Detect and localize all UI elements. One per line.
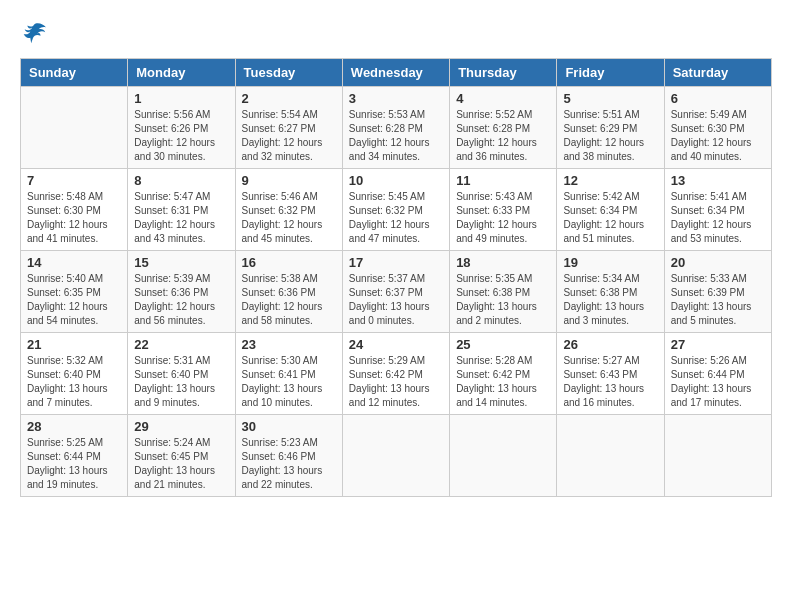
day-info: Sunrise: 5:26 AM Sunset: 6:44 PM Dayligh… [671, 355, 752, 408]
calendar-week-2: 14Sunrise: 5:40 AM Sunset: 6:35 PM Dayli… [21, 251, 772, 333]
calendar-table: SundayMondayTuesdayWednesdayThursdayFrid… [20, 58, 772, 497]
calendar-cell [664, 415, 771, 497]
header-cell-monday: Monday [128, 59, 235, 87]
day-number: 17 [349, 255, 443, 270]
calendar-cell [342, 415, 449, 497]
day-info: Sunrise: 5:47 AM Sunset: 6:31 PM Dayligh… [134, 191, 215, 244]
calendar-cell: 16Sunrise: 5:38 AM Sunset: 6:36 PM Dayli… [235, 251, 342, 333]
day-number: 4 [456, 91, 550, 106]
calendar-cell: 29Sunrise: 5:24 AM Sunset: 6:45 PM Dayli… [128, 415, 235, 497]
calendar-cell: 6Sunrise: 5:49 AM Sunset: 6:30 PM Daylig… [664, 87, 771, 169]
day-number: 25 [456, 337, 550, 352]
day-info: Sunrise: 5:37 AM Sunset: 6:37 PM Dayligh… [349, 273, 430, 326]
calendar-body: 1Sunrise: 5:56 AM Sunset: 6:26 PM Daylig… [21, 87, 772, 497]
day-number: 15 [134, 255, 228, 270]
calendar-cell: 3Sunrise: 5:53 AM Sunset: 6:28 PM Daylig… [342, 87, 449, 169]
calendar-header: SundayMondayTuesdayWednesdayThursdayFrid… [21, 59, 772, 87]
day-info: Sunrise: 5:30 AM Sunset: 6:41 PM Dayligh… [242, 355, 323, 408]
calendar-cell: 21Sunrise: 5:32 AM Sunset: 6:40 PM Dayli… [21, 333, 128, 415]
calendar-cell: 10Sunrise: 5:45 AM Sunset: 6:32 PM Dayli… [342, 169, 449, 251]
calendar-cell [21, 87, 128, 169]
day-info: Sunrise: 5:39 AM Sunset: 6:36 PM Dayligh… [134, 273, 215, 326]
day-number: 14 [27, 255, 121, 270]
calendar-cell: 7Sunrise: 5:48 AM Sunset: 6:30 PM Daylig… [21, 169, 128, 251]
day-info: Sunrise: 5:25 AM Sunset: 6:44 PM Dayligh… [27, 437, 108, 490]
calendar-cell: 14Sunrise: 5:40 AM Sunset: 6:35 PM Dayli… [21, 251, 128, 333]
calendar-cell: 2Sunrise: 5:54 AM Sunset: 6:27 PM Daylig… [235, 87, 342, 169]
day-number: 30 [242, 419, 336, 434]
calendar-cell [450, 415, 557, 497]
calendar-cell: 8Sunrise: 5:47 AM Sunset: 6:31 PM Daylig… [128, 169, 235, 251]
day-info: Sunrise: 5:56 AM Sunset: 6:26 PM Dayligh… [134, 109, 215, 162]
day-number: 16 [242, 255, 336, 270]
day-info: Sunrise: 5:51 AM Sunset: 6:29 PM Dayligh… [563, 109, 644, 162]
day-number: 2 [242, 91, 336, 106]
day-number: 1 [134, 91, 228, 106]
calendar-cell: 25Sunrise: 5:28 AM Sunset: 6:42 PM Dayli… [450, 333, 557, 415]
day-number: 23 [242, 337, 336, 352]
day-info: Sunrise: 5:48 AM Sunset: 6:30 PM Dayligh… [27, 191, 108, 244]
calendar-week-0: 1Sunrise: 5:56 AM Sunset: 6:26 PM Daylig… [21, 87, 772, 169]
day-number: 28 [27, 419, 121, 434]
day-info: Sunrise: 5:28 AM Sunset: 6:42 PM Dayligh… [456, 355, 537, 408]
calendar-cell: 11Sunrise: 5:43 AM Sunset: 6:33 PM Dayli… [450, 169, 557, 251]
day-number: 27 [671, 337, 765, 352]
page-header [20, 20, 772, 48]
day-info: Sunrise: 5:45 AM Sunset: 6:32 PM Dayligh… [349, 191, 430, 244]
day-number: 8 [134, 173, 228, 188]
header-cell-wednesday: Wednesday [342, 59, 449, 87]
day-info: Sunrise: 5:31 AM Sunset: 6:40 PM Dayligh… [134, 355, 215, 408]
day-info: Sunrise: 5:24 AM Sunset: 6:45 PM Dayligh… [134, 437, 215, 490]
calendar-cell: 27Sunrise: 5:26 AM Sunset: 6:44 PM Dayli… [664, 333, 771, 415]
day-info: Sunrise: 5:29 AM Sunset: 6:42 PM Dayligh… [349, 355, 430, 408]
day-number: 26 [563, 337, 657, 352]
day-info: Sunrise: 5:46 AM Sunset: 6:32 PM Dayligh… [242, 191, 323, 244]
calendar-cell: 1Sunrise: 5:56 AM Sunset: 6:26 PM Daylig… [128, 87, 235, 169]
calendar-cell: 22Sunrise: 5:31 AM Sunset: 6:40 PM Dayli… [128, 333, 235, 415]
day-info: Sunrise: 5:27 AM Sunset: 6:43 PM Dayligh… [563, 355, 644, 408]
calendar-cell: 5Sunrise: 5:51 AM Sunset: 6:29 PM Daylig… [557, 87, 664, 169]
calendar-cell: 15Sunrise: 5:39 AM Sunset: 6:36 PM Dayli… [128, 251, 235, 333]
calendar-cell [557, 415, 664, 497]
calendar-cell: 12Sunrise: 5:42 AM Sunset: 6:34 PM Dayli… [557, 169, 664, 251]
day-number: 21 [27, 337, 121, 352]
day-info: Sunrise: 5:42 AM Sunset: 6:34 PM Dayligh… [563, 191, 644, 244]
day-number: 20 [671, 255, 765, 270]
day-number: 11 [456, 173, 550, 188]
day-info: Sunrise: 5:53 AM Sunset: 6:28 PM Dayligh… [349, 109, 430, 162]
header-cell-sunday: Sunday [21, 59, 128, 87]
calendar-cell: 19Sunrise: 5:34 AM Sunset: 6:38 PM Dayli… [557, 251, 664, 333]
calendar-cell: 24Sunrise: 5:29 AM Sunset: 6:42 PM Dayli… [342, 333, 449, 415]
day-info: Sunrise: 5:35 AM Sunset: 6:38 PM Dayligh… [456, 273, 537, 326]
day-info: Sunrise: 5:54 AM Sunset: 6:27 PM Dayligh… [242, 109, 323, 162]
calendar-cell: 17Sunrise: 5:37 AM Sunset: 6:37 PM Dayli… [342, 251, 449, 333]
header-row: SundayMondayTuesdayWednesdayThursdayFrid… [21, 59, 772, 87]
day-number: 9 [242, 173, 336, 188]
calendar-cell: 23Sunrise: 5:30 AM Sunset: 6:41 PM Dayli… [235, 333, 342, 415]
day-info: Sunrise: 5:40 AM Sunset: 6:35 PM Dayligh… [27, 273, 108, 326]
calendar-week-1: 7Sunrise: 5:48 AM Sunset: 6:30 PM Daylig… [21, 169, 772, 251]
calendar-cell: 28Sunrise: 5:25 AM Sunset: 6:44 PM Dayli… [21, 415, 128, 497]
day-number: 12 [563, 173, 657, 188]
calendar-cell: 30Sunrise: 5:23 AM Sunset: 6:46 PM Dayli… [235, 415, 342, 497]
calendar-cell: 18Sunrise: 5:35 AM Sunset: 6:38 PM Dayli… [450, 251, 557, 333]
day-info: Sunrise: 5:38 AM Sunset: 6:36 PM Dayligh… [242, 273, 323, 326]
calendar-cell: 9Sunrise: 5:46 AM Sunset: 6:32 PM Daylig… [235, 169, 342, 251]
day-number: 18 [456, 255, 550, 270]
calendar-cell: 4Sunrise: 5:52 AM Sunset: 6:28 PM Daylig… [450, 87, 557, 169]
day-number: 3 [349, 91, 443, 106]
day-number: 29 [134, 419, 228, 434]
day-info: Sunrise: 5:52 AM Sunset: 6:28 PM Dayligh… [456, 109, 537, 162]
day-number: 10 [349, 173, 443, 188]
calendar-cell: 20Sunrise: 5:33 AM Sunset: 6:39 PM Dayli… [664, 251, 771, 333]
day-info: Sunrise: 5:41 AM Sunset: 6:34 PM Dayligh… [671, 191, 752, 244]
header-cell-tuesday: Tuesday [235, 59, 342, 87]
day-info: Sunrise: 5:49 AM Sunset: 6:30 PM Dayligh… [671, 109, 752, 162]
day-number: 5 [563, 91, 657, 106]
day-info: Sunrise: 5:32 AM Sunset: 6:40 PM Dayligh… [27, 355, 108, 408]
header-cell-friday: Friday [557, 59, 664, 87]
calendar-week-3: 21Sunrise: 5:32 AM Sunset: 6:40 PM Dayli… [21, 333, 772, 415]
day-number: 6 [671, 91, 765, 106]
day-info: Sunrise: 5:34 AM Sunset: 6:38 PM Dayligh… [563, 273, 644, 326]
logo-bird-icon [20, 20, 48, 48]
